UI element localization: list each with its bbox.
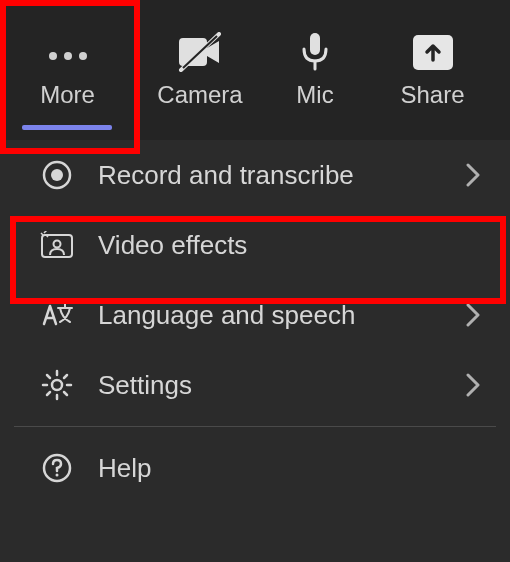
chevron-right-icon [466,163,480,187]
menu-item-video-effects[interactable]: Video effects [0,210,510,280]
ellipsis-icon [49,52,87,60]
svg-point-8 [52,380,62,390]
menu-item-record[interactable]: Record and transcribe [0,140,510,210]
svg-point-5 [51,169,63,181]
svg-rect-6 [42,235,72,257]
menu-label-video-effects: Video effects [98,230,480,261]
menu-divider [14,426,496,427]
camera-button[interactable]: Camera [135,31,265,109]
camera-label: Camera [157,81,242,109]
mic-icon [300,31,330,73]
menu-item-language[interactable]: Language and speech [0,280,510,350]
gear-icon [38,366,76,404]
mic-label: Mic [296,81,333,109]
video-effects-icon [38,226,76,264]
share-button[interactable]: Share [365,31,500,109]
svg-point-7 [54,241,61,248]
meeting-toolbar: More Camera Mic [0,0,510,140]
chevron-right-icon [466,303,480,327]
chevron-right-icon [466,373,480,397]
more-button[interactable]: More [0,0,135,140]
menu-label-help: Help [98,453,480,484]
active-tab-indicator [22,125,112,130]
svg-point-10 [56,474,59,477]
record-icon [38,156,76,194]
menu-label-settings: Settings [98,370,466,401]
menu-label-record: Record and transcribe [98,160,466,191]
menu-item-settings[interactable]: Settings [0,350,510,420]
menu-item-help[interactable]: Help [0,433,510,503]
share-icon [413,35,453,70]
share-label: Share [400,81,464,109]
help-icon [38,449,76,487]
more-label: More [40,81,95,109]
mic-button[interactable]: Mic [265,31,365,109]
more-menu: Record and transcribe Video effects Lang… [0,140,510,503]
language-icon [38,296,76,334]
svg-rect-2 [310,33,320,55]
camera-off-icon [175,31,225,73]
menu-label-language: Language and speech [98,300,466,331]
